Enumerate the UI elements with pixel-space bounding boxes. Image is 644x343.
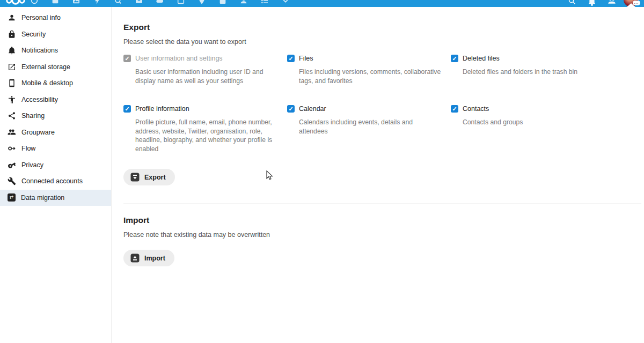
mail-app-icon[interactable] (135, 0, 143, 5)
sidebar-item-security[interactable]: Security (0, 26, 111, 43)
sidebar-item-label: Accessibility (21, 96, 58, 103)
sidebar-item-label: Privacy (21, 161, 43, 169)
sidebar-item-label: Sharing (21, 112, 45, 120)
header-right-actions (557, 0, 616, 7)
sidebar-item-data-migration[interactable]: Data migration (0, 190, 111, 206)
account-group-icon (8, 128, 16, 137)
export-option-user-info: User information and settings Basic user… (123, 55, 287, 85)
export-option-contacts: Contacts Contacts and groups (451, 105, 614, 153)
sidebar-item-privacy[interactable]: Privacy (0, 157, 111, 174)
sidebar-item-sharing[interactable]: Sharing (0, 108, 111, 124)
contacts-menu-icon[interactable] (608, 0, 616, 5)
wrench-icon (8, 177, 16, 185)
sidebar-item-groupware[interactable]: Groupware (0, 124, 111, 141)
sidebar-item-label: Notifications (21, 47, 58, 54)
profile-info-checkbox[interactable] (123, 105, 131, 113)
export-option-calendar: Calendar Calendars including events, det… (287, 105, 451, 153)
export-option-files: Files Files including versions, comments… (287, 55, 451, 85)
sidebar-item-connected-accounts[interactable]: Connected accounts (0, 173, 111, 190)
app-icon-bar (30, 0, 302, 7)
option-description: Files including versions, comments, coll… (299, 68, 442, 85)
export-title: Export (123, 23, 644, 32)
search-icon[interactable] (568, 0, 576, 5)
sidebar-item-external-storage[interactable]: External storage (0, 59, 111, 76)
activity-app-icon[interactable] (93, 0, 101, 5)
cloud-app-icon[interactable] (156, 0, 164, 5)
option-label: Deleted files (463, 55, 500, 62)
maps-app-icon[interactable] (197, 0, 206, 5)
talk-app-icon[interactable] (114, 0, 122, 5)
sidebar-item-label: Groupware (21, 129, 55, 136)
export-subtitle: Please select the data you want to expor… (123, 38, 644, 46)
sidebar-item-notifications[interactable]: Notifications (0, 42, 111, 59)
export-button[interactable]: Export (123, 169, 175, 185)
option-description: Deleted files and folders in the trash b… (463, 68, 605, 77)
notes-app-icon[interactable] (218, 0, 227, 5)
tasks-app-icon[interactable] (260, 0, 269, 5)
package-up-icon (130, 253, 140, 263)
deck-app-icon[interactable] (177, 0, 185, 5)
external-link-icon (8, 63, 16, 71)
dashboard-app-icon[interactable] (30, 0, 39, 5)
contacts-app-icon[interactable] (239, 0, 248, 5)
key-icon (8, 161, 16, 169)
notification-dot (591, 4, 593, 6)
sidebar-item-label: Data migration (21, 194, 64, 202)
deleted-files-checkbox[interactable] (451, 55, 458, 62)
export-option-profile-info: Profile information Profile picture, ful… (123, 105, 287, 153)
sidebar-item-mobile-desktop[interactable]: Mobile & desktop (0, 75, 111, 92)
option-label: Calendar (299, 105, 326, 113)
export-button-label: Export (144, 174, 166, 181)
calendar-checkbox[interactable] (287, 105, 295, 113)
top-header (0, 0, 644, 7)
photos-app-icon[interactable] (72, 0, 80, 5)
notifications-bell-icon[interactable] (588, 0, 596, 5)
settings-sidebar: Personal info Security Notifications Ext… (0, 7, 112, 343)
import-button[interactable]: Import (123, 250, 174, 266)
option-description: Basic user information including user ID… (135, 68, 278, 85)
option-description: Contacts and groups (463, 118, 605, 127)
bell-icon (8, 46, 16, 55)
sidebar-item-accessibility[interactable]: Accessibility (0, 92, 111, 108)
sidebar-item-label: Flow (21, 145, 35, 152)
user-info-checkbox (123, 55, 131, 62)
package-down-icon (130, 173, 140, 182)
import-title: Import (123, 215, 641, 225)
cellphone-icon (8, 79, 16, 87)
sidebar-item-flow[interactable]: Flow (0, 140, 111, 157)
share-icon (8, 111, 16, 120)
migration-icon (8, 193, 16, 202)
sidebar-item-personal-info[interactable]: Personal info (0, 10, 111, 26)
import-subtitle: Please note that existing data may be ov… (123, 231, 641, 238)
export-section: Export Please select the data you want t… (123, 23, 644, 185)
user-menu-caret (627, 3, 635, 7)
export-options-grid: User information and settings Basic user… (123, 55, 644, 153)
sidebar-item-label: Mobile & desktop (21, 79, 73, 87)
more-apps-icon[interactable] (281, 0, 290, 5)
option-description: Calendars including events, details and … (299, 118, 442, 136)
accessibility-icon (8, 95, 16, 104)
nextcloud-logo-icon[interactable] (4, 0, 27, 7)
option-label: Files (299, 55, 313, 62)
import-button-label: Import (144, 255, 165, 262)
data-migration-panel: Export Please select the data you want t… (112, 7, 644, 343)
sidebar-item-label: Personal info (21, 14, 61, 21)
option-label: Profile information (135, 105, 189, 113)
option-description: Profile picture, full name, email, phone… (135, 118, 278, 153)
contacts-checkbox[interactable] (451, 105, 458, 113)
option-label: Contacts (463, 105, 489, 113)
sidebar-item-label: External storage (21, 63, 70, 71)
option-label: User information and settings (135, 55, 223, 62)
lock-icon (8, 30, 16, 39)
export-option-deleted-files: Deleted files Deleted files and folders … (451, 55, 614, 85)
flow-icon (8, 144, 16, 153)
sidebar-item-label: Security (21, 31, 46, 38)
files-checkbox[interactable] (287, 55, 295, 62)
account-icon (8, 13, 16, 22)
sidebar-item-label: Connected accounts (21, 177, 83, 185)
import-section: Import Please note that existing data ma… (123, 203, 641, 266)
files-app-icon[interactable] (51, 0, 60, 5)
